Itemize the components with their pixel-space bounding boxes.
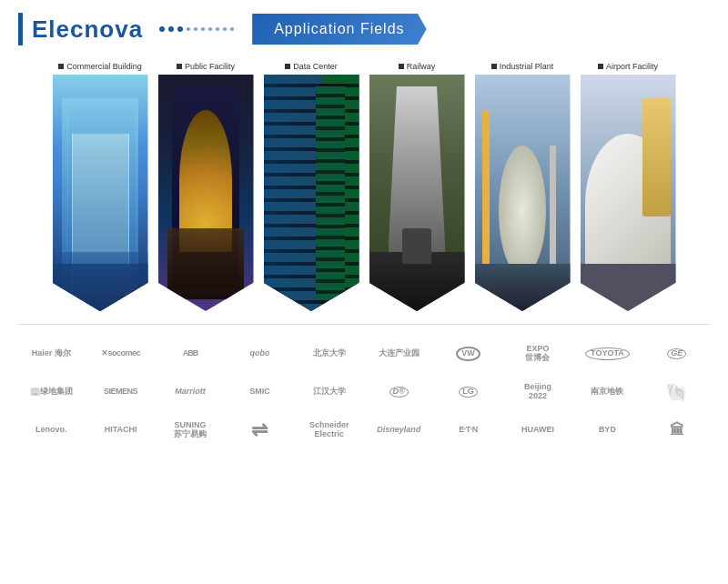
dot-10 <box>230 27 234 31</box>
partner-nanjing: 南京地铁 <box>574 376 640 408</box>
field-datacenter: Data Center <box>262 62 360 311</box>
label-dot <box>598 64 603 69</box>
commercial-building-image <box>53 75 148 311</box>
partner-qobo: qobo <box>227 337 292 370</box>
field-industrial: Industrial Plant <box>473 62 571 311</box>
partner-expo: EXPO世博会 <box>505 337 571 370</box>
field-commercial: Commercial Building <box>51 62 149 311</box>
field-label-public: Public Facility <box>177 62 235 71</box>
partners-row-1: Haier 海尔 ✕socomec ABB qobo 北京大学 大连产业园 VW… <box>18 337 710 370</box>
partner-arrow: ⇌ <box>227 414 292 447</box>
partner-suning: SUNING苏宁易购 <box>157 414 223 447</box>
logo-dots-decoration <box>159 26 234 32</box>
label-dot <box>58 64 64 69</box>
partner-dalian: 大连产业园 <box>366 337 431 370</box>
dot-9 <box>223 27 227 31</box>
field-arrow-datacenter <box>264 75 359 311</box>
field-public: Public Facility <box>157 62 255 311</box>
field-label-commercial: Commercial Building <box>58 62 142 71</box>
company-logo: Elecnova <box>32 15 143 44</box>
partner-abb: ABB <box>157 337 223 370</box>
partner-shell: 🐚 <box>644 376 710 408</box>
application-fields-badge: Application Fields <box>252 14 426 45</box>
dot-2 <box>168 26 174 32</box>
partner-socomec: ✕socomec <box>88 337 154 370</box>
field-arrow-industrial <box>475 75 571 311</box>
partner-eaton: E·T·N <box>436 414 501 447</box>
label-dot <box>285 64 290 69</box>
dot-3 <box>177 26 183 32</box>
partner-lg: LG <box>436 376 501 408</box>
partner-ge: GE <box>644 337 710 370</box>
field-arrow-railway <box>369 75 465 311</box>
page: Elecnova Application Fields Commercial <box>0 0 728 584</box>
field-image-public <box>158 75 254 311</box>
dot-4 <box>187 27 190 31</box>
logo-bar: Elecnova <box>18 13 234 45</box>
partner-siemens: SIEMENS <box>88 376 154 408</box>
partner-schneider: SchneiderElectric <box>297 414 362 447</box>
partner-d: D® <box>366 376 431 408</box>
public-facility-image <box>158 75 254 311</box>
field-airport: Airport Facility <box>579 62 677 311</box>
dot-8 <box>216 27 219 31</box>
divider <box>18 324 710 325</box>
label-dot <box>177 64 182 69</box>
field-arrow-public <box>158 75 254 311</box>
partner-vw: VW <box>436 337 501 370</box>
partner-jiangda: 江汉大学 <box>297 376 362 408</box>
data-center-image <box>264 75 359 311</box>
logo-accent-bar <box>18 13 23 45</box>
field-image-railway <box>369 75 465 311</box>
partner-bjux: 北京大学 <box>297 337 362 370</box>
partner-beijing: Beijing2022 <box>505 376 571 408</box>
dot-7 <box>208 27 212 31</box>
partners-row-3: Lenovo. HITACHI SUNING苏宁易购 ⇌ SchneiderEl… <box>18 414 710 447</box>
field-railway: Railway <box>368 62 466 311</box>
partners-row-2: 🏢绿地集团 SIEMENS Marriott SMIC 江汉大学 D® LG B… <box>18 376 710 408</box>
field-label-airport: Airport Facility <box>598 62 658 71</box>
partners-section: Haier 海尔 ✕socomec ABB qobo 北京大学 大连产业园 VW… <box>0 328 728 452</box>
partner-smic: SMIC <box>227 376 292 408</box>
field-arrow-commercial <box>53 75 148 311</box>
field-arrow-airport <box>581 75 676 311</box>
fields-section: Commercial Building Public Facility <box>0 55 728 320</box>
dot-6 <box>201 27 205 31</box>
partner-marriott: Marriott <box>157 376 223 408</box>
field-image-commercial <box>53 75 148 311</box>
partner-lvdi: 🏢绿地集团 <box>18 376 84 408</box>
field-image-industrial <box>475 75 571 311</box>
dot-1 <box>159 26 165 32</box>
field-label-industrial: Industrial Plant <box>491 62 554 71</box>
partner-inpec: 🏛 <box>644 414 710 447</box>
partner-hitachi: HITACHI <box>88 414 154 447</box>
dot-5 <box>194 27 197 31</box>
field-label-datacenter: Data Center <box>285 62 338 71</box>
partner-disney: Disneyland <box>366 414 431 447</box>
label-dot <box>399 64 404 69</box>
partner-huawei: HUAWEI <box>505 414 571 447</box>
field-image-datacenter <box>264 75 359 311</box>
partner-lenovo: Lenovo. <box>18 414 84 447</box>
header: Elecnova Application Fields <box>0 0 728 55</box>
field-image-airport <box>581 75 676 311</box>
partner-byd: BYD <box>574 414 640 447</box>
label-dot <box>491 64 497 69</box>
field-label-railway: Railway <box>399 62 436 71</box>
partner-haier: Haier 海尔 <box>18 337 84 370</box>
partner-toyota: TOYOTA <box>574 337 640 370</box>
